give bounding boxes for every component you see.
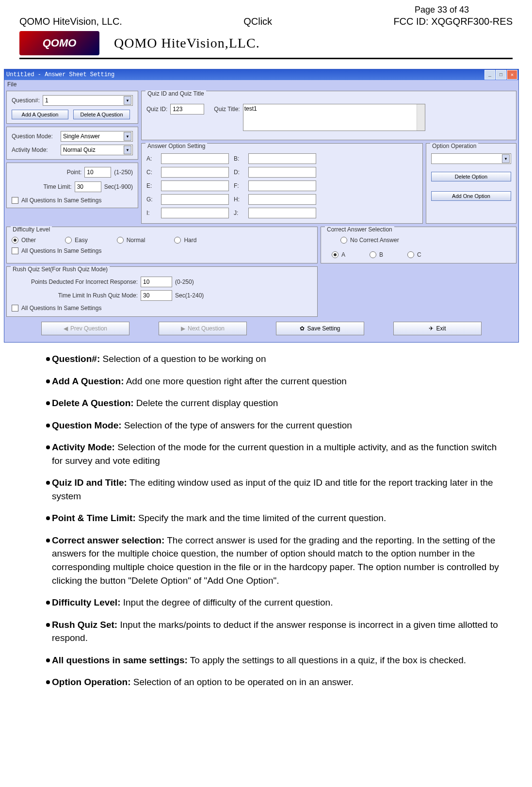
opt-a-label: A: bbox=[146, 155, 156, 162]
bullet-item: Question#: Selection of a question to be… bbox=[46, 352, 503, 366]
option-select[interactable]: ▼ bbox=[431, 153, 511, 164]
mode-panel: Question Mode: Single Answer ▼ Activity … bbox=[6, 127, 138, 160]
window-title: Untitled - Answer Sheet Setting bbox=[6, 71, 114, 78]
opt-e-input[interactable] bbox=[161, 180, 229, 191]
bullet-item: Rush Quiz Set: Input the marks/points to… bbox=[46, 618, 503, 645]
opt-e-label: E: bbox=[146, 182, 156, 189]
add-option-button[interactable]: Add One Option bbox=[431, 191, 511, 201]
bullet-text: Difficulty Level: Input the degree of di… bbox=[52, 596, 503, 609]
bullet-item: All questions in same settings: To apply… bbox=[46, 654, 503, 667]
time-limit-range: Sec(1-900) bbox=[104, 183, 133, 190]
opt-h-input[interactable] bbox=[248, 194, 316, 205]
chevron-down-icon: ▼ bbox=[124, 146, 131, 154]
opt-f-label: F: bbox=[234, 182, 243, 189]
correct-legend: Correct Answer Selection bbox=[325, 226, 394, 233]
answer-option-legend: Answer Option Setting bbox=[145, 143, 207, 149]
time-limit-input[interactable] bbox=[75, 181, 101, 192]
radio-correct-b[interactable] bbox=[370, 251, 376, 258]
bullet-text: Correct answer selection: The correct an… bbox=[52, 534, 503, 587]
opt-j-label: J: bbox=[234, 210, 243, 216]
company-name: QOMO HiteVision, LLC. bbox=[19, 16, 122, 27]
save-icon: ✿ bbox=[300, 325, 305, 332]
opt-f-input[interactable] bbox=[248, 180, 316, 191]
quiz-id-label: Quiz ID: bbox=[146, 106, 167, 113]
bullet-item: Point & Time Limit: Specify the mark and… bbox=[46, 511, 503, 525]
rush-quiz-fieldset: Rush Quiz Set(For Rush Quiz Mode) Points… bbox=[6, 266, 318, 317]
header-row: QOMO HiteVision, LLC. QClick FCC ID: XQG… bbox=[19, 16, 513, 27]
delete-option-button[interactable]: Delete Option bbox=[431, 172, 511, 181]
activity-mode-label: Activity Mode: bbox=[12, 147, 58, 153]
chevron-down-icon: ▼ bbox=[124, 132, 131, 141]
opt-g-label: G: bbox=[146, 196, 156, 203]
bullet-item: Activity Mode: Selection of the mode for… bbox=[46, 441, 503, 467]
bullet-icon bbox=[46, 539, 50, 542]
opt-d-input[interactable] bbox=[248, 167, 316, 178]
rush-time-label: Time Limit In Rush Quiz Mode: bbox=[12, 292, 138, 299]
radio-correct-a[interactable] bbox=[332, 251, 339, 258]
bullet-icon bbox=[46, 481, 50, 485]
opt-c-label: C: bbox=[146, 169, 156, 176]
radio-no-correct[interactable] bbox=[340, 237, 347, 244]
close-icon[interactable]: ✕ bbox=[507, 70, 517, 80]
question-mode-select[interactable]: Single Answer ▼ bbox=[61, 131, 133, 142]
qomo-logo: QOMO bbox=[19, 31, 99, 55]
product-name: QClick bbox=[243, 16, 272, 27]
all-same-checkbox-1[interactable] bbox=[12, 197, 18, 204]
delete-question-button[interactable]: Delete A Question bbox=[73, 110, 130, 119]
quiz-title-label: Quiz Title: bbox=[214, 106, 240, 113]
rush-legend: Rush Quiz Set(For Rush Quiz Mode) bbox=[11, 266, 110, 273]
add-question-button[interactable]: Add A Question bbox=[12, 110, 68, 119]
point-time-panel: Point: (1-250) Time Limit: Sec(1-900) Al… bbox=[6, 163, 138, 208]
radio-normal[interactable] bbox=[117, 237, 124, 244]
option-operation-fieldset: Option Operation ▼ Delete Option Add One… bbox=[426, 143, 516, 224]
all-same-checkbox-3[interactable] bbox=[12, 305, 18, 312]
opt-j-input[interactable] bbox=[248, 208, 316, 218]
rush-points-label: Points Deducted For Incorrect Response: bbox=[12, 279, 138, 285]
quiz-id-input[interactable] bbox=[170, 104, 204, 115]
bullet-text: Add A Question: Add one more question ri… bbox=[52, 375, 503, 388]
radio-easy[interactable] bbox=[65, 237, 72, 244]
chevron-down-icon: ▼ bbox=[124, 96, 131, 105]
opt-a-input[interactable] bbox=[161, 153, 229, 164]
radio-correct-c[interactable] bbox=[407, 251, 414, 258]
menu-file[interactable]: File bbox=[7, 81, 16, 88]
chevron-down-icon: ▼ bbox=[502, 154, 510, 163]
opt-c-input[interactable] bbox=[161, 167, 229, 178]
bullet-icon bbox=[46, 445, 50, 449]
maximize-icon[interactable]: □ bbox=[496, 70, 506, 80]
rush-points-input[interactable] bbox=[141, 277, 172, 287]
rush-time-range: Sec(1-240) bbox=[175, 292, 204, 299]
bullet-icon bbox=[46, 379, 50, 383]
arrow-right-icon: ▶ bbox=[181, 325, 185, 332]
point-input[interactable] bbox=[84, 167, 111, 178]
exit-icon: ✈ bbox=[429, 325, 434, 332]
bullet-item: Add A Question: Add one more question ri… bbox=[46, 375, 503, 388]
quiz-id-legend: Quiz ID and Quiz Title bbox=[145, 90, 206, 97]
opt-g-input[interactable] bbox=[161, 194, 229, 205]
opt-b-input[interactable] bbox=[248, 153, 316, 164]
quiz-title-input[interactable]: test1 bbox=[243, 104, 425, 131]
bullet-icon bbox=[46, 658, 50, 662]
radio-other[interactable] bbox=[12, 237, 18, 244]
save-setting-button[interactable]: ✿Save Setting bbox=[276, 322, 364, 335]
next-question-button[interactable]: ▶Next Question bbox=[159, 322, 247, 335]
titlebar: Untitled - Answer Sheet Setting _ □ ✕ bbox=[4, 69, 518, 80]
bullet-icon bbox=[46, 516, 50, 520]
page-number: Page 33 of 43 bbox=[19, 5, 513, 15]
bullet-item: Question Mode: Selection of the type of … bbox=[46, 419, 503, 432]
bullet-text: Question Mode: Selection of the type of … bbox=[52, 419, 503, 432]
exit-button[interactable]: ✈Exit bbox=[393, 322, 482, 335]
question-num-select[interactable]: 1 ▼ bbox=[43, 95, 133, 106]
opt-i-input[interactable] bbox=[161, 208, 229, 218]
scrollbar[interactable] bbox=[417, 104, 425, 131]
bullet-item: Difficulty Level: Input the degree of di… bbox=[46, 596, 503, 609]
all-same-checkbox-2[interactable] bbox=[12, 247, 18, 254]
prev-question-button[interactable]: ◀Prev Question bbox=[41, 322, 129, 335]
radio-hard[interactable] bbox=[174, 237, 181, 244]
rush-time-input[interactable] bbox=[141, 290, 172, 301]
minimize-icon[interactable]: _ bbox=[484, 70, 495, 80]
bullet-item: Option Operation: Selection of an option… bbox=[46, 675, 503, 689]
bullet-icon bbox=[46, 401, 50, 405]
activity-mode-select[interactable]: Normal Quiz ▼ bbox=[61, 145, 133, 155]
bullet-item: Delete A Question: Delete the current di… bbox=[46, 396, 503, 410]
